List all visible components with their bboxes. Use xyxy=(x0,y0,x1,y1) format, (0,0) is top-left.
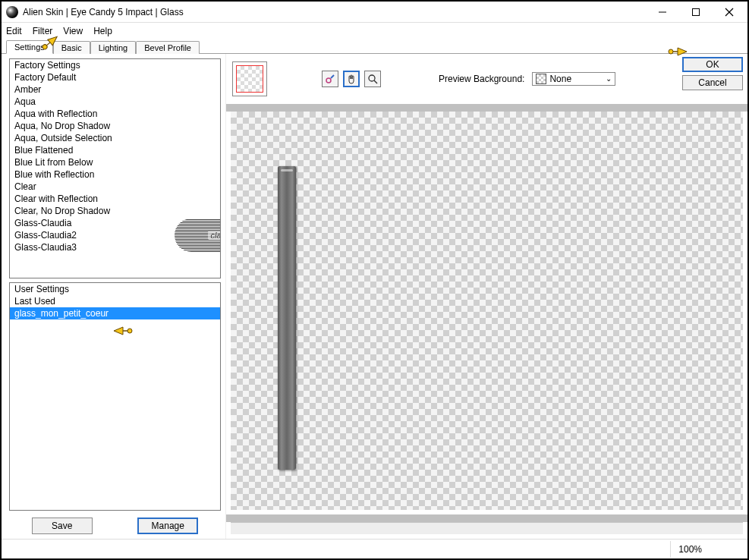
ok-button[interactable]: OK xyxy=(682,57,743,72)
list-item[interactable]: Glass-Claudia xyxy=(10,217,220,229)
preview-thumbnail[interactable] xyxy=(232,61,267,96)
list-item[interactable]: Glass-Claudia2 xyxy=(10,229,220,241)
user-settings-header: User Settings xyxy=(10,283,220,295)
status-bar: 100% xyxy=(2,539,747,558)
save-button[interactable]: Save xyxy=(32,518,93,534)
chevron-down-icon: ⌄ xyxy=(606,74,612,83)
menu-bar: Edit Filter View Help xyxy=(2,23,747,39)
svg-point-9 xyxy=(127,329,132,333)
tab-bevel-profile[interactable]: Bevel Profile xyxy=(136,41,200,54)
preview-object xyxy=(278,166,296,470)
list-item[interactable]: Glass-Claudia3 xyxy=(10,241,220,253)
preview-canvas[interactable] xyxy=(231,112,743,510)
title-bar: Alien Skin | Eye Candy 5 Impact | Glass xyxy=(2,2,747,23)
list-item[interactable]: Last Used xyxy=(10,295,220,307)
list-item[interactable]: Aqua, Outside Selection xyxy=(10,132,220,144)
pointer-hand-icon xyxy=(667,44,688,59)
svg-line-8 xyxy=(374,80,377,83)
menu-help[interactable]: Help xyxy=(93,26,112,36)
user-settings-list[interactable]: User Settings Last Used glass_mon_petit_… xyxy=(9,282,221,511)
close-button[interactable] xyxy=(713,2,746,22)
tab-lighting[interactable]: Lighting xyxy=(90,41,137,54)
settings-panel: Factory Settings Factory Default Amber A… xyxy=(2,54,226,539)
list-item[interactable]: Clear, No Drop Shadow xyxy=(10,205,220,217)
zoom-level: 100% xyxy=(670,541,710,558)
pointer-hand-icon xyxy=(112,323,134,338)
pan-hand-icon[interactable] xyxy=(343,71,360,87)
svg-point-10 xyxy=(669,49,673,54)
preview-background-label: Preview Background: xyxy=(439,74,524,84)
horizontal-scrollbar[interactable] xyxy=(231,522,743,534)
maximize-button[interactable] xyxy=(679,2,713,22)
minimize-button[interactable] xyxy=(646,2,679,22)
app-icon xyxy=(6,6,18,18)
eyedropper-icon[interactable] xyxy=(322,71,338,87)
list-item[interactable]: Clear xyxy=(10,181,220,193)
menu-view[interactable]: View xyxy=(63,26,83,36)
list-item-selected[interactable]: glass_mon_petit_coeur xyxy=(10,307,220,319)
zoom-icon[interactable] xyxy=(364,71,381,87)
factory-settings-list[interactable]: Factory Settings Factory Default Amber A… xyxy=(9,58,221,278)
list-item[interactable]: Aqua with Reflection xyxy=(10,108,220,120)
cancel-button[interactable]: Cancel xyxy=(682,75,743,90)
menu-edit[interactable]: Edit xyxy=(6,26,22,36)
list-item[interactable]: Aqua xyxy=(10,96,220,108)
svg-point-7 xyxy=(369,75,375,81)
svg-line-6 xyxy=(331,75,334,78)
preview-background-select[interactable]: None ⌄ xyxy=(532,72,615,87)
list-item[interactable]: Factory Default xyxy=(10,71,220,83)
preview-toolbar: Preview Background: None ⌄ OK Cancel xyxy=(226,54,747,104)
list-item[interactable]: Aqua, No Drop Shadow xyxy=(10,120,220,132)
svg-rect-1 xyxy=(693,8,700,15)
manage-button[interactable]: Manage xyxy=(137,518,198,534)
list-item[interactable]: Amber xyxy=(10,83,220,96)
list-item[interactable]: Blue Flattened xyxy=(10,144,220,156)
factory-settings-header: Factory Settings xyxy=(10,59,220,71)
tab-row: Settings Basic Lighting Bevel Profile xyxy=(2,39,747,54)
window-title: Alien Skin | Eye Candy 5 Impact | Glass xyxy=(23,7,646,17)
list-item[interactable]: Clear with Reflection xyxy=(10,193,220,205)
list-item[interactable]: Blue with Reflection xyxy=(10,168,220,181)
list-item[interactable]: Blue Lit from Below xyxy=(10,156,220,168)
svg-point-5 xyxy=(326,78,331,83)
